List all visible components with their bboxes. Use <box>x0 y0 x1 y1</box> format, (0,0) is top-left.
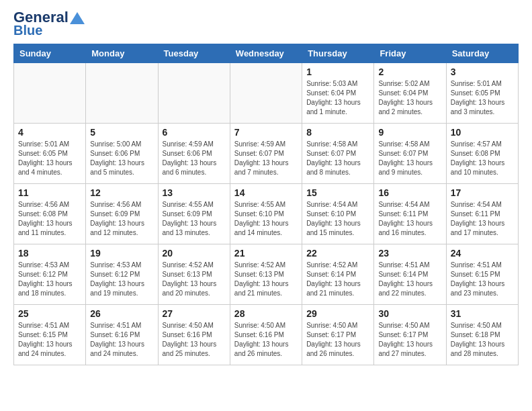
day-number: 17 <box>451 187 514 198</box>
day-number: 5 <box>90 127 153 138</box>
day-number: 20 <box>163 248 226 259</box>
calendar-cell: 12Sunrise: 4:56 AM Sunset: 6:09 PM Dayli… <box>86 184 158 244</box>
calendar-cell: 1Sunrise: 5:03 AM Sunset: 6:04 PM Daylig… <box>302 63 374 124</box>
calendar-table: SundayMondayTuesdayWednesdayThursdayFrid… <box>13 44 519 365</box>
day-number: 13 <box>163 187 226 198</box>
day-info: Sunrise: 4:51 AM Sunset: 6:14 PM Dayligh… <box>378 261 441 298</box>
calendar-cell: 18Sunrise: 4:53 AM Sunset: 6:12 PM Dayli… <box>14 244 86 305</box>
calendar-cell: 30Sunrise: 4:50 AM Sunset: 6:17 PM Dayli… <box>374 305 446 365</box>
header: General Blue <box>13 10 519 37</box>
day-number: 9 <box>378 127 441 138</box>
calendar-cell: 23Sunrise: 4:51 AM Sunset: 6:14 PM Dayli… <box>374 244 446 305</box>
calendar-cell: 3Sunrise: 5:01 AM Sunset: 6:05 PM Daylig… <box>446 63 518 124</box>
day-info: Sunrise: 4:54 AM Sunset: 6:11 PM Dayligh… <box>378 200 441 238</box>
calendar-cell: 8Sunrise: 4:58 AM Sunset: 6:07 PM Daylig… <box>302 124 374 184</box>
day-info: Sunrise: 4:53 AM Sunset: 6:12 PM Dayligh… <box>18 261 81 298</box>
logo-arrow-icon <box>70 12 85 24</box>
calendar-cell: 4Sunrise: 5:01 AM Sunset: 6:05 PM Daylig… <box>14 124 86 184</box>
calendar-cell: 16Sunrise: 4:54 AM Sunset: 6:11 PM Dayli… <box>374 184 446 244</box>
calendar-cell: 13Sunrise: 4:55 AM Sunset: 6:09 PM Dayli… <box>158 184 230 244</box>
calendar-cell: 27Sunrise: 4:50 AM Sunset: 6:16 PM Dayli… <box>158 305 230 365</box>
day-header-saturday: Saturday <box>446 44 518 63</box>
day-info: Sunrise: 4:50 AM Sunset: 6:16 PM Dayligh… <box>234 321 298 359</box>
day-info: Sunrise: 4:50 AM Sunset: 6:16 PM Dayligh… <box>163 321 226 359</box>
day-number: 14 <box>234 187 298 198</box>
calendar-cell: 26Sunrise: 4:51 AM Sunset: 6:16 PM Dayli… <box>86 305 158 365</box>
day-info: Sunrise: 4:56 AM Sunset: 6:08 PM Dayligh… <box>18 200 81 238</box>
day-number: 28 <box>234 308 298 319</box>
calendar-cell: 5Sunrise: 5:00 AM Sunset: 6:06 PM Daylig… <box>86 124 158 184</box>
day-header-friday: Friday <box>374 44 446 63</box>
calendar-cell: 29Sunrise: 4:50 AM Sunset: 6:17 PM Dayli… <box>302 305 374 365</box>
day-info: Sunrise: 4:59 AM Sunset: 6:06 PM Dayligh… <box>163 140 226 177</box>
calendar-body: 1Sunrise: 5:03 AM Sunset: 6:04 PM Daylig… <box>14 63 519 365</box>
day-number: 3 <box>451 66 514 77</box>
day-number: 26 <box>90 308 153 319</box>
calendar-cell: 14Sunrise: 4:55 AM Sunset: 6:10 PM Dayli… <box>230 184 302 244</box>
week-row-3: 11Sunrise: 4:56 AM Sunset: 6:08 PM Dayli… <box>14 184 519 244</box>
day-number: 16 <box>378 187 441 198</box>
calendar-cell <box>14 63 86 124</box>
day-number: 25 <box>18 308 81 319</box>
calendar-cell: 22Sunrise: 4:52 AM Sunset: 6:14 PM Dayli… <box>302 244 374 305</box>
week-row-5: 25Sunrise: 4:51 AM Sunset: 6:15 PM Dayli… <box>14 305 519 365</box>
day-number: 23 <box>378 248 441 259</box>
calendar-cell: 24Sunrise: 4:51 AM Sunset: 6:15 PM Dayli… <box>446 244 518 305</box>
day-number: 12 <box>90 187 153 198</box>
day-number: 6 <box>163 127 226 138</box>
day-info: Sunrise: 4:50 AM Sunset: 6:18 PM Dayligh… <box>451 321 514 359</box>
header-row: SundayMondayTuesdayWednesdayThursdayFrid… <box>14 44 519 63</box>
week-row-4: 18Sunrise: 4:53 AM Sunset: 6:12 PM Dayli… <box>14 244 519 305</box>
day-info: Sunrise: 4:57 AM Sunset: 6:08 PM Dayligh… <box>451 140 514 177</box>
day-info: Sunrise: 4:54 AM Sunset: 6:11 PM Dayligh… <box>451 200 514 238</box>
day-info: Sunrise: 4:56 AM Sunset: 6:09 PM Dayligh… <box>90 200 153 238</box>
day-info: Sunrise: 5:01 AM Sunset: 6:05 PM Dayligh… <box>451 79 514 117</box>
calendar-cell <box>230 63 302 124</box>
day-info: Sunrise: 5:01 AM Sunset: 6:05 PM Dayligh… <box>18 140 81 177</box>
day-number: 7 <box>234 127 298 138</box>
calendar-cell: 21Sunrise: 4:52 AM Sunset: 6:13 PM Dayli… <box>230 244 302 305</box>
calendar-cell <box>158 63 230 124</box>
day-number: 15 <box>306 187 369 198</box>
calendar-cell: 31Sunrise: 4:50 AM Sunset: 6:18 PM Dayli… <box>446 305 518 365</box>
day-header-tuesday: Tuesday <box>158 44 230 63</box>
day-number: 4 <box>18 127 81 138</box>
calendar-header: SundayMondayTuesdayWednesdayThursdayFrid… <box>14 44 519 63</box>
day-number: 30 <box>378 308 441 319</box>
day-number: 24 <box>451 248 514 259</box>
day-number: 19 <box>90 248 153 259</box>
calendar-cell: 28Sunrise: 4:50 AM Sunset: 6:16 PM Dayli… <box>230 305 302 365</box>
day-info: Sunrise: 4:58 AM Sunset: 6:07 PM Dayligh… <box>378 140 441 177</box>
day-number: 1 <box>306 66 369 77</box>
day-info: Sunrise: 4:58 AM Sunset: 6:07 PM Dayligh… <box>306 140 369 177</box>
logo: General Blue <box>13 10 85 37</box>
day-number: 29 <box>306 308 369 319</box>
day-info: Sunrise: 4:51 AM Sunset: 6:16 PM Dayligh… <box>90 321 153 359</box>
day-number: 22 <box>306 248 369 259</box>
day-info: Sunrise: 4:50 AM Sunset: 6:17 PM Dayligh… <box>378 321 441 359</box>
calendar-cell: 9Sunrise: 4:58 AM Sunset: 6:07 PM Daylig… <box>374 124 446 184</box>
calendar-cell: 10Sunrise: 4:57 AM Sunset: 6:08 PM Dayli… <box>446 124 518 184</box>
day-number: 31 <box>451 308 514 319</box>
calendar-cell: 6Sunrise: 4:59 AM Sunset: 6:06 PM Daylig… <box>158 124 230 184</box>
week-row-2: 4Sunrise: 5:01 AM Sunset: 6:05 PM Daylig… <box>14 124 519 184</box>
calendar-cell: 19Sunrise: 4:53 AM Sunset: 6:12 PM Dayli… <box>86 244 158 305</box>
day-info: Sunrise: 4:51 AM Sunset: 6:15 PM Dayligh… <box>451 261 514 298</box>
day-info: Sunrise: 5:00 AM Sunset: 6:06 PM Dayligh… <box>90 140 153 177</box>
calendar-cell: 7Sunrise: 4:59 AM Sunset: 6:07 PM Daylig… <box>230 124 302 184</box>
calendar-cell: 17Sunrise: 4:54 AM Sunset: 6:11 PM Dayli… <box>446 184 518 244</box>
day-number: 21 <box>234 248 298 259</box>
calendar-cell: 15Sunrise: 4:54 AM Sunset: 6:10 PM Dayli… <box>302 184 374 244</box>
day-info: Sunrise: 4:59 AM Sunset: 6:07 PM Dayligh… <box>234 140 298 177</box>
svg-marker-0 <box>70 12 85 24</box>
day-info: Sunrise: 4:52 AM Sunset: 6:14 PM Dayligh… <box>306 261 369 298</box>
logo-blue-text: Blue <box>13 24 85 37</box>
calendar-cell: 2Sunrise: 5:02 AM Sunset: 6:04 PM Daylig… <box>374 63 446 124</box>
day-number: 18 <box>18 248 81 259</box>
day-header-thursday: Thursday <box>302 44 374 63</box>
day-number: 2 <box>378 66 441 77</box>
day-number: 11 <box>18 187 81 198</box>
day-header-monday: Monday <box>86 44 158 63</box>
main-container: General Blue SundayMondayTuesdayWednesda… <box>0 0 532 375</box>
day-info: Sunrise: 5:03 AM Sunset: 6:04 PM Dayligh… <box>306 79 369 117</box>
